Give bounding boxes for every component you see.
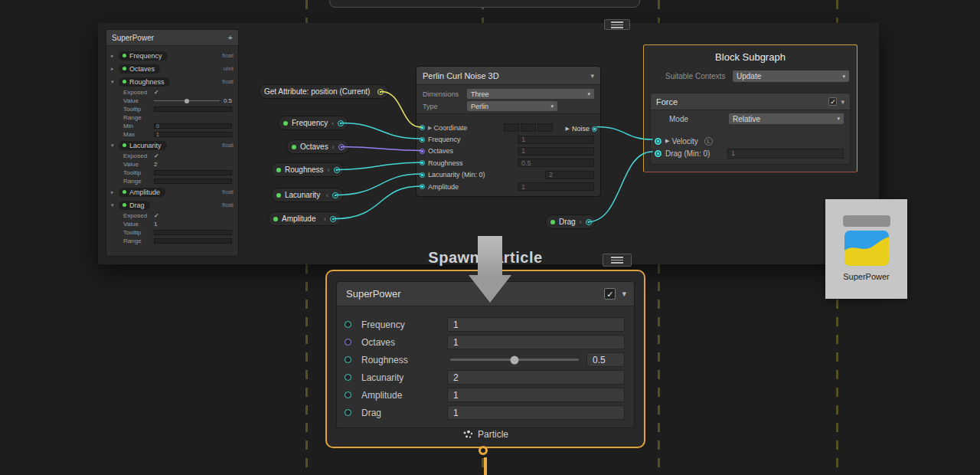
collapse-icon[interactable]: ‹ xyxy=(332,120,334,127)
value-slider[interactable] xyxy=(154,100,220,101)
property-pill[interactable]: Frequency xyxy=(119,51,168,61)
lacunarity-field[interactable]: 2 xyxy=(447,370,625,385)
output-port[interactable] xyxy=(330,216,336,222)
blackboard-property-roughness[interactable]: ▾ Roughness float xyxy=(106,75,238,88)
slider-handle[interactable] xyxy=(185,99,189,103)
exposed-checkbox[interactable]: ✓ xyxy=(154,152,159,159)
output-port[interactable] xyxy=(586,219,592,225)
node-parameter-drag[interactable]: Drag ‹ xyxy=(545,215,596,229)
exposed-checkbox[interactable]: ✓ xyxy=(154,89,159,96)
block-header[interactable]: Force ✓ ▾ xyxy=(651,93,850,110)
exposed-checkbox[interactable]: ✓ xyxy=(154,212,159,219)
property-pill[interactable]: Roughness xyxy=(119,77,170,87)
local-space-badge[interactable]: L xyxy=(704,137,713,146)
output-port[interactable] xyxy=(338,144,345,150)
output-port-noise[interactable] xyxy=(592,126,597,132)
collapse-icon[interactable]: ‹ xyxy=(580,218,582,226)
input-port-lacunarity[interactable] xyxy=(420,172,425,178)
roughness-slider[interactable] xyxy=(450,359,579,361)
node-parameter-frequency[interactable]: Frequency ‹ xyxy=(278,116,348,130)
output-port[interactable] xyxy=(377,89,384,95)
expander-icon[interactable]: ▸ xyxy=(111,189,119,195)
chevron-down-icon[interactable]: ▾ xyxy=(590,72,594,80)
superpower-asset-card[interactable]: SuperPower xyxy=(825,199,907,299)
tooltip-field[interactable] xyxy=(154,106,232,112)
context-options-icon[interactable] xyxy=(604,19,630,30)
caret-right-icon[interactable]: ▶ xyxy=(428,125,432,131)
input-port-octaves[interactable] xyxy=(345,339,351,346)
value-text[interactable]: 1 xyxy=(154,221,157,228)
tooltip-field[interactable] xyxy=(154,170,232,175)
input-port-octaves[interactable] xyxy=(420,149,425,154)
x-field[interactable] xyxy=(504,123,519,132)
node-perlin-curl-noise[interactable]: Perlin Curl Noise 3D ▾ Dimensions Three▾… xyxy=(416,66,601,197)
range-field[interactable] xyxy=(154,179,232,184)
collapse-icon[interactable]: ‹ xyxy=(332,143,335,151)
amplitude-field[interactable]: 1 xyxy=(518,182,594,191)
chevron-down-icon[interactable]: ▾ xyxy=(841,98,844,106)
node-parameter-amplitude[interactable]: Amplitude ‹ xyxy=(268,211,341,226)
property-pill[interactable]: Drag xyxy=(119,201,150,210)
node-parameter-lacunarity[interactable]: Lacunarity ‹ xyxy=(271,188,344,202)
drag-field[interactable]: 1 xyxy=(447,405,625,420)
expander-icon[interactable]: ▾ xyxy=(111,202,119,208)
node-get-attribute-position[interactable]: Get Attribute: position (Current) xyxy=(259,84,389,99)
input-port-roughness[interactable] xyxy=(345,356,351,363)
expander-icon[interactable]: ▾ xyxy=(111,79,119,85)
type-dropdown[interactable]: Perlin▾ xyxy=(467,101,557,111)
dimensions-dropdown[interactable]: Three▾ xyxy=(467,89,594,99)
output-port[interactable] xyxy=(338,120,344,126)
lacunarity-field[interactable]: 2 xyxy=(545,171,594,179)
z-field[interactable] xyxy=(537,123,553,132)
collapse-icon[interactable]: ‹ xyxy=(326,192,328,199)
input-port-roughness[interactable] xyxy=(420,160,425,165)
blackboard-property-drag[interactable]: ▾ Drag float xyxy=(106,198,238,211)
roughness-field[interactable]: 0.5 xyxy=(518,159,594,167)
superpower-block[interactable]: SuperPower ✓ ▾ Frequency 1 Octaves 1 xyxy=(336,281,635,428)
context-flow-port[interactable] xyxy=(479,446,488,455)
context-options-icon[interactable] xyxy=(603,254,632,267)
octaves-field[interactable]: 1 xyxy=(518,147,594,156)
node-parameter-roughness[interactable]: Roughness ‹ xyxy=(271,162,344,177)
input-port-amplitude[interactable] xyxy=(345,391,351,398)
y-field[interactable] xyxy=(521,123,536,132)
chevron-down-icon[interactable]: ▾ xyxy=(622,289,626,299)
enabled-checkbox[interactable]: ✓ xyxy=(828,97,837,106)
blackboard-property-lacunarity[interactable]: ▾ Lacunarity float xyxy=(106,139,238,152)
drag-field[interactable]: 1 xyxy=(727,149,844,159)
node-header[interactable]: Perlin Curl Noise 3D ▾ xyxy=(416,67,600,85)
expander-icon[interactable]: ▾ xyxy=(111,142,119,149)
collapse-icon[interactable]: ‹ xyxy=(324,215,326,223)
roughness-field[interactable]: 0.5 xyxy=(586,352,625,367)
input-port-drag[interactable] xyxy=(345,409,351,416)
input-port-lacunarity[interactable] xyxy=(345,374,351,381)
frequency-field[interactable]: 1 xyxy=(447,317,625,332)
mode-dropdown[interactable]: Relative▾ xyxy=(729,113,844,124)
blackboard-property-amplitude[interactable]: ▸ Amplitude float xyxy=(106,185,238,198)
frequency-field[interactable]: 1 xyxy=(518,136,594,144)
expander-icon[interactable]: ▸ xyxy=(111,66,119,72)
input-port-amplitude[interactable] xyxy=(420,184,425,189)
value-text[interactable]: 2 xyxy=(154,161,157,168)
slider-handle[interactable] xyxy=(511,355,519,364)
range-field[interactable] xyxy=(154,238,232,244)
collapse-icon[interactable]: ‹ xyxy=(328,166,330,174)
block-force[interactable]: Force ✓ ▾ Mode Relative▾ ▶ Velocity L xyxy=(650,93,851,165)
enabled-checkbox[interactable]: ✓ xyxy=(604,288,616,300)
amplitude-field[interactable]: 1 xyxy=(447,388,625,402)
blackboard-property-frequency[interactable]: ▸ Frequency float xyxy=(106,49,238,62)
add-property-button[interactable]: + xyxy=(228,33,233,42)
suitable-contexts-dropdown[interactable]: Update▾ xyxy=(733,70,849,82)
output-port[interactable] xyxy=(334,167,340,173)
expander-icon[interactable]: ▸ xyxy=(111,53,119,59)
property-pill[interactable]: Octaves xyxy=(119,64,160,74)
octaves-field[interactable]: 1 xyxy=(447,335,625,349)
max-field[interactable]: 1 xyxy=(154,132,232,137)
node-parameter-octaves[interactable]: Octaves ‹ xyxy=(286,139,349,154)
property-pill[interactable]: Lacunarity xyxy=(119,141,167,150)
value-text[interactable]: 0.5 xyxy=(224,97,232,104)
tooltip-field[interactable] xyxy=(154,230,232,235)
input-port-frequency[interactable] xyxy=(420,137,425,142)
partial-context-node[interactable] xyxy=(329,0,640,8)
min-field[interactable]: 0 xyxy=(154,123,232,129)
